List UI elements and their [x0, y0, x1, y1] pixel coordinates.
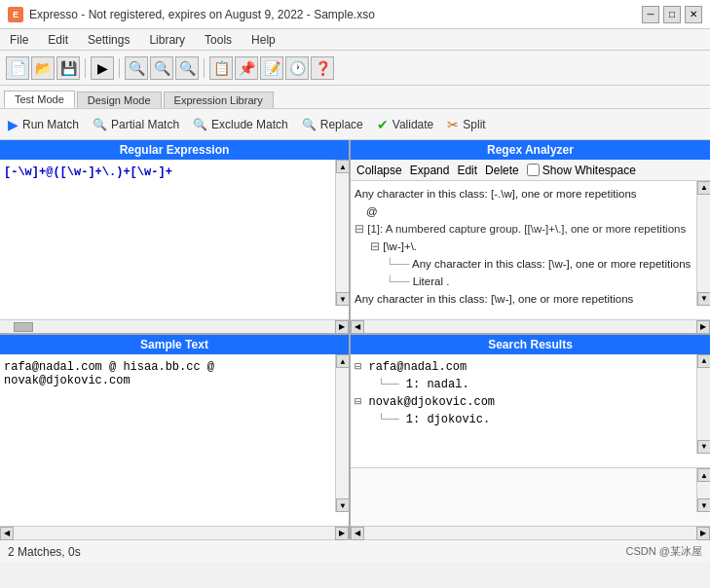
- analyzer-toolbar: Collapse Expand Edit Delete Show Whitesp…: [351, 160, 710, 181]
- run-button[interactable]: ▶: [91, 56, 114, 80]
- sample-vscrollbar[interactable]: ▲ ▼: [335, 354, 349, 512]
- sample-hscroll-right[interactable]: ▶: [335, 527, 349, 540]
- help-button[interactable]: ❓: [311, 56, 334, 80]
- menu-edit[interactable]: Edit: [42, 31, 74, 49]
- app-icon: E: [8, 7, 23, 22]
- sample-panel: Sample Text rafa@nadal.com @ hisaa.bb.cc…: [0, 335, 351, 539]
- clock-button[interactable]: 🕐: [285, 56, 309, 80]
- copy-button[interactable]: 📋: [209, 56, 233, 80]
- paste-button[interactable]: 📌: [235, 56, 258, 80]
- show-whitespace-checkbox[interactable]: [527, 164, 540, 176]
- menu-help[interactable]: Help: [245, 31, 281, 49]
- analyzer-hscrollbar[interactable]: ◀ ▶: [351, 319, 710, 333]
- validate-button[interactable]: ✔ Validate: [377, 117, 433, 132]
- result-collapse-2[interactable]: ⊟: [355, 395, 368, 409]
- results-bottom-vscrollbar[interactable]: ▲ ▼: [696, 468, 710, 512]
- analyzer-delete[interactable]: Delete: [485, 164, 519, 177]
- replace-button[interactable]: 🔍 Replace: [302, 118, 363, 131]
- analyzer-vscroll-down[interactable]: ▼: [697, 292, 710, 306]
- result-collapse-0[interactable]: ⊟: [355, 360, 368, 374]
- status-left: 2 Matches, 0s: [8, 545, 81, 559]
- replace-icon: 🔍: [302, 118, 317, 131]
- analyzer-hscroll-right[interactable]: ▶: [696, 320, 710, 334]
- hscroll-thumb: [14, 322, 33, 332]
- regex-panel-body: [-\w]+@([\w-]+\.)+[\w-]+ ▲ ▼: [0, 160, 349, 319]
- run-match-button[interactable]: ▶ Run Match: [8, 117, 79, 132]
- menu-library[interactable]: Library: [143, 31, 191, 49]
- result-item-1: └── 1: nadal.: [355, 376, 706, 393]
- results-panel-body: ⊟ rafa@nadal.com └── 1: nadal. ⊟ novak@d…: [351, 354, 710, 467]
- exclude-match-button[interactable]: 🔍 Exclude Match: [193, 118, 288, 131]
- top-panels-row: Regular Expression [-\w]+@([\w-]+\.)+[\w…: [0, 140, 710, 335]
- sample-panel-header: Sample Text: [0, 335, 349, 354]
- menu-settings[interactable]: Settings: [82, 31, 135, 49]
- sample-vscroll-up[interactable]: ▲: [336, 354, 349, 368]
- regex-text: [-\w]+@([\w-]+\.)+[\w-]+: [4, 165, 172, 179]
- sample-panel-body[interactable]: rafa@nadal.com @ hisaa.bb.cc @ novak@djo…: [0, 354, 349, 526]
- tab-expression-library[interactable]: Expression Library: [164, 92, 274, 108]
- results-panel-header: Search Results: [351, 335, 710, 354]
- new-button[interactable]: 📄: [6, 56, 29, 80]
- results-vscroll-down[interactable]: ▼: [697, 440, 710, 454]
- save-button[interactable]: 💾: [56, 56, 80, 80]
- sample-hscroll-left[interactable]: ◀: [0, 527, 14, 540]
- results-hscroll-right[interactable]: ▶: [696, 527, 710, 540]
- status-right: CSDN @某冰屋: [626, 544, 702, 559]
- analyzer-collapse[interactable]: Collapse: [356, 164, 402, 177]
- tab-test-mode[interactable]: Test Mode: [4, 91, 75, 108]
- open-button[interactable]: 📂: [31, 56, 55, 80]
- tree-item-5: └── Literal .: [355, 273, 706, 290]
- close-button[interactable]: ✕: [685, 6, 702, 23]
- analyzer-edit[interactable]: Edit: [457, 164, 477, 177]
- hscroll-right-btn[interactable]: ▶: [335, 320, 349, 334]
- maximize-button[interactable]: □: [663, 6, 681, 23]
- analyzer-hscroll-left[interactable]: ◀: [351, 320, 364, 334]
- sample-text-content: rafa@nadal.com @ hisaa.bb.cc @ novak@djo…: [4, 360, 214, 387]
- regex-hscrollbar[interactable]: ▶: [0, 319, 349, 333]
- search3-button[interactable]: 🔍: [175, 56, 199, 80]
- results-bottom-vscroll-up[interactable]: ▲: [697, 468, 710, 482]
- status-bar: 2 Matches, 0s CSDN @某冰屋: [0, 539, 710, 563]
- sample-vscroll-down[interactable]: ▼: [336, 498, 349, 512]
- tab-bar: Test Mode Design Mode Expression Library: [0, 86, 710, 109]
- window-title: Expresso - Not registered, expires on Au…: [29, 8, 375, 21]
- tab-design-mode[interactable]: Design Mode: [77, 92, 162, 108]
- analyzer-expand[interactable]: Expand: [410, 164, 450, 177]
- split-button[interactable]: ✂ Split: [447, 117, 485, 132]
- analyzer-vscroll-up[interactable]: ▲: [697, 181, 710, 195]
- regex-content: [-\w]+@([\w-]+\.)+[\w-]+: [0, 160, 349, 185]
- results-bottom-vscroll-down[interactable]: ▼: [697, 498, 710, 512]
- show-whitespace-check[interactable]: Show Whitespace: [527, 164, 636, 177]
- search2-button[interactable]: 🔍: [150, 56, 173, 80]
- search-button[interactable]: 🔍: [125, 56, 148, 80]
- result-text-2: novak@djokovic.com: [368, 395, 495, 409]
- minimize-button[interactable]: ─: [642, 6, 659, 23]
- regex-vscrollbar[interactable]: ▲ ▼: [335, 160, 349, 306]
- results-vscrollbar[interactable]: ▲ ▼: [696, 354, 710, 454]
- results-hscroll-left[interactable]: ◀: [351, 527, 364, 540]
- result-item-0: ⊟ rafa@nadal.com: [355, 358, 706, 376]
- menu-file[interactable]: File: [4, 31, 34, 49]
- analyzer-panel-header: Regex Analyzer: [351, 140, 710, 160]
- replace-label: Replace: [320, 118, 363, 131]
- result-text-3: 1: djokovic.: [406, 413, 490, 426]
- main-panels: Regular Expression [-\w]+@([\w-]+\.)+[\w…: [0, 140, 710, 539]
- toolbar-separator-2: [119, 58, 120, 78]
- run-match-icon: ▶: [8, 117, 19, 132]
- partial-match-label: Partial Match: [111, 118, 179, 131]
- replace-btn[interactable]: 📝: [260, 56, 283, 80]
- regex-panel: Regular Expression [-\w]+@([\w-]+\.)+[\w…: [0, 140, 351, 333]
- validate-icon: ✔: [377, 117, 389, 132]
- results-hscrollbar[interactable]: ◀ ▶: [351, 526, 710, 539]
- vscroll-down-btn[interactable]: ▼: [336, 292, 349, 306]
- analyzer-vscrollbar[interactable]: ▲ ▼: [696, 181, 710, 306]
- vscroll-up-btn[interactable]: ▲: [336, 160, 349, 173]
- sample-hscrollbar[interactable]: ◀ ▶: [0, 526, 349, 539]
- menu-tools[interactable]: Tools: [199, 31, 238, 49]
- analyzer-tree: Any character in this class: [-.\w], one…: [351, 181, 710, 319]
- split-icon: ✂: [447, 117, 459, 132]
- bottom-panels-row: Sample Text rafa@nadal.com @ hisaa.bb.cc…: [0, 335, 710, 539]
- window-controls[interactable]: ─ □ ✕: [642, 6, 702, 23]
- results-vscroll-up[interactable]: ▲: [697, 354, 710, 368]
- partial-match-button[interactable]: 🔍 Partial Match: [93, 118, 179, 131]
